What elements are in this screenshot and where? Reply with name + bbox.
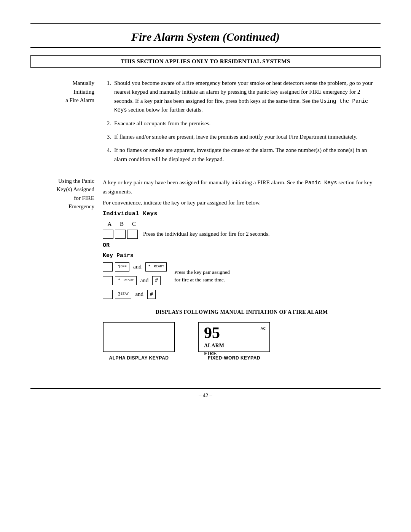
key1-row2: * READY [115,276,137,285]
fixed-word-fire: FIRE [199,350,269,358]
fixed-word-display: AC 95 ALARM FIRE [198,322,270,352]
individual-keys-note: Press the individual key assigned for fi… [143,230,269,238]
keypair-checkbox-2 [103,276,113,285]
key-label-row: A B C [104,220,381,228]
and-text-1: and [133,262,142,271]
or-label: OR [103,241,381,250]
block-manually-initiating: Manually Initiating a Fire Alarm 1. Shou… [30,79,381,168]
key-pair-note: Press the key pair assigned for fire at … [174,268,229,284]
key-pair-row-1: 1OFF and * READY [103,262,167,272]
key-letter-c: C [128,220,140,228]
alpha-keypad-label: ALPHA DISPLAY KEYPAD [109,355,169,362]
page-number: – 42 – [199,393,212,398]
mono-using-panic-keys: Using the Panic Keys [114,98,368,113]
section-header: THIS SECTION APPLIES ONLY TO RESIDENTIAL… [30,55,381,68]
fixed-word-keypad-block: AC 95 ALARM FIRE FIXED-WORD KEYPAD [198,322,270,362]
key-box-c [127,230,138,239]
alpha-keypad-display [103,322,175,352]
keypair-checkbox-3 [103,290,113,299]
content-area: Manually Initiating a Fire Alarm 1. Shou… [30,79,381,373]
right-content-panic: A key or key pair may have been assigned… [103,178,381,364]
left-label-manually: Manually Initiating a Fire Alarm [30,79,103,168]
key-pair-row-3: 3STAY and # [103,290,167,299]
key2-row3: # [147,290,156,299]
keypairs-and-note: 1OFF and * READY * READY and # [103,262,381,301]
mono-panic-keys: Panic Keys [305,180,337,186]
alpha-keypad-block: ALPHA DISPLAY KEYPAD [103,322,175,362]
list-item: 1. Should you become aware of a fire eme… [103,79,381,115]
displays-header: DISPLAYS FOLLOWING MANUAL INITIATION OF … [103,308,381,316]
key2-row1: * READY [145,262,167,272]
list-item: 4. If no flames or smoke are apparent, i… [103,146,381,164]
key-pair-row-2: * READY and # [103,276,167,285]
block-panic-keys: Using the Panic Key(s) Assigned for FIRE… [30,177,381,364]
footer: – 42 – [30,388,381,399]
key-box-a [103,230,113,239]
individual-keys-header: Individual Keys [103,209,381,218]
keypair-checkbox-1 [103,262,113,272]
key1-row3: 3STAY [115,290,131,299]
left-label-panic: Using the Panic Key(s) Assigned for FIRE… [30,177,103,364]
fixed-word-ac: AC [261,326,266,332]
and-text-2: and [140,276,149,285]
keypairs-list: 1OFF and * READY * READY and # [103,262,167,301]
key-box-b [115,230,126,239]
key-letter-a: A [104,220,116,228]
page: Fire Alarm System (Continued) THIS SECTI… [0,0,411,532]
keypads-row: ALPHA DISPLAY KEYPAD AC 95 ALARM FIRE FI… [103,322,381,362]
fixed-word-number: 95 [199,323,269,341]
individual-keys-row: Press the individual key assigned for fi… [103,230,381,239]
top-rule [30,23,381,24]
list-item: 3. If flames and/or smoke are present, l… [103,133,381,141]
key-letter-b: B [116,220,128,228]
numbered-list: 1. Should you become aware of a fire eme… [103,79,381,164]
key1-row1: 1OFF [115,262,129,272]
list-item: 2. Evacuate all occupants from the premi… [103,119,381,128]
key-pairs-header: Key Pairs [103,251,381,260]
right-content-manually: 1. Should you become aware of a fire eme… [103,79,381,168]
key2-row2: # [152,276,161,285]
page-title: Fire Alarm System (Continued) [30,30,381,48]
and-text-3: and [135,290,143,299]
fixed-word-alarm: ALARM [199,342,269,350]
